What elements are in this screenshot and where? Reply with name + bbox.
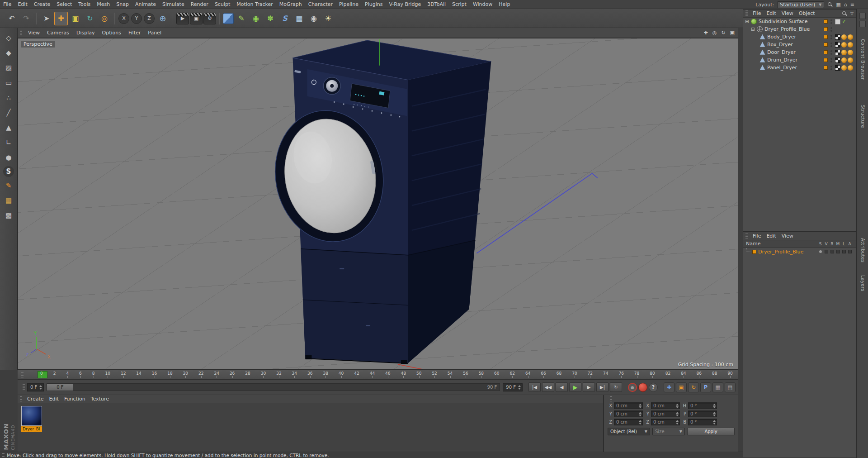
mode-tool[interactable]: ▦ xyxy=(2,194,15,207)
texture-tag[interactable] xyxy=(835,57,840,63)
size-field[interactable]: 0 cm xyxy=(651,402,680,409)
next-frame[interactable]: ▶ xyxy=(583,382,595,392)
mode-tool[interactable]: S xyxy=(3,166,14,177)
end-frame-spinner[interactable]: 90 F xyxy=(503,383,523,391)
layer-view-toggle[interactable] xyxy=(825,250,828,253)
toolbar-tool[interactable]: ↷ xyxy=(19,12,33,25)
panel-menu-item[interactable]: View xyxy=(779,233,796,239)
toolbar-tool[interactable]: ⊕ xyxy=(156,12,170,25)
mode-tool[interactable]: ● xyxy=(2,151,15,164)
object-row[interactable]: ⊟ Door_Dryer xyxy=(743,48,856,56)
toolbar-tool[interactable]: ▣ xyxy=(190,13,203,24)
rotation-field[interactable]: 0 ° xyxy=(688,419,717,425)
texture-tag[interactable] xyxy=(835,42,840,48)
menu-item[interactable]: Character xyxy=(305,0,336,9)
layer-color-chip[interactable] xyxy=(824,27,828,31)
toolbar-tool[interactable] xyxy=(114,13,115,24)
toolbar-tool[interactable]: ◎ xyxy=(98,12,111,25)
visibility-dots[interactable] xyxy=(830,58,832,62)
texture-tag[interactable] xyxy=(835,50,840,55)
filter-icon[interactable]: ▽ xyxy=(850,11,854,16)
range-start-handle[interactable]: 0 F xyxy=(47,384,73,391)
mode-tool[interactable]: ▲ xyxy=(2,121,15,134)
mode-tool[interactable]: ✎ xyxy=(2,179,15,192)
menu-item[interactable]: Motion Tracker xyxy=(233,0,276,9)
object-row[interactable]: ⊟ Box_Dryer xyxy=(743,41,856,48)
visibility-dots[interactable] xyxy=(830,35,832,39)
tag-3[interactable] xyxy=(848,57,853,63)
drag-grip[interactable] xyxy=(745,233,748,239)
record-pla[interactable]: ▦ xyxy=(712,382,723,392)
record-rotation[interactable]: ↻ xyxy=(688,382,699,392)
layer-color-chip[interactable] xyxy=(824,66,828,70)
tag-2[interactable] xyxy=(841,65,847,71)
layer-color-chip[interactable] xyxy=(824,43,828,47)
visibility-dots[interactable] xyxy=(830,27,832,32)
drag-grip[interactable] xyxy=(745,10,748,16)
material-item[interactable]: Dryer_Bl xyxy=(21,406,43,432)
toolbar-tool[interactable] xyxy=(173,13,173,24)
dock-icon-1[interactable] xyxy=(859,13,866,19)
layer-color-chip[interactable] xyxy=(824,19,828,24)
layer-manager-toggle[interactable] xyxy=(836,250,840,253)
viewport-menu-item[interactable]: Cameras xyxy=(43,30,73,36)
menu-item[interactable]: File xyxy=(0,0,14,9)
dock-tab[interactable]: Content Browser xyxy=(860,39,865,80)
rotation-field[interactable]: 0 ° xyxy=(688,402,717,409)
menu-item[interactable]: Snap xyxy=(113,0,132,9)
menu-item[interactable]: MoGraph xyxy=(276,0,305,9)
dock-tab[interactable]: Structure xyxy=(860,105,865,128)
viewport-canvas[interactable]: Y X Z Perspective Grid Spacing : 100 cm xyxy=(18,38,738,370)
apply-button[interactable]: Apply xyxy=(687,428,735,435)
record-scale[interactable]: ▣ xyxy=(676,382,687,392)
toolbar-tool[interactable]: ▶ xyxy=(176,13,189,24)
goto-end[interactable]: ▶| xyxy=(596,382,609,392)
object-mode-dropdown[interactable]: Object (Rel)▼ xyxy=(608,428,650,435)
position-field[interactable]: 0 cm xyxy=(614,419,643,425)
menu-item[interactable]: Plugins xyxy=(362,0,386,9)
panel-menu-item[interactable]: Texture xyxy=(88,396,112,402)
texture-tag[interactable] xyxy=(835,34,840,40)
menu-item[interactable]: Tools xyxy=(75,0,94,9)
toolbar-tool[interactable]: S xyxy=(278,12,292,25)
viewport-menu-item[interactable]: Filter xyxy=(125,30,144,36)
toolbar-tool[interactable]: ◉ xyxy=(249,12,263,25)
visibility-dots[interactable] xyxy=(830,50,832,55)
viewport-menu-item[interactable]: Display xyxy=(73,30,99,36)
panel-menu-item[interactable]: Create xyxy=(24,396,47,402)
panel-menu-item[interactable]: View xyxy=(779,10,796,16)
viewport-menu-item[interactable]: Options xyxy=(99,30,125,36)
home-icon[interactable]: ⌂ xyxy=(844,2,847,7)
tag-2[interactable] xyxy=(841,34,847,40)
toolbar-tool[interactable]: ▣ xyxy=(69,12,82,25)
timeline-ruler[interactable]: 0246810121416182022242628303234363840424… xyxy=(18,370,738,380)
layer-solo-toggle[interactable] xyxy=(819,250,822,253)
panel-menu-item[interactable]: Edit xyxy=(764,233,778,239)
expand-toggle-icon[interactable]: ⊟ xyxy=(751,27,756,32)
tag-2[interactable] xyxy=(841,42,847,48)
menu-item[interactable]: Mesh xyxy=(94,0,113,9)
visibility-dots[interactable] xyxy=(830,43,832,47)
toolbar-tool[interactable]: Z xyxy=(144,13,155,24)
tag-2[interactable] xyxy=(841,50,847,55)
menu-item[interactable]: Edit xyxy=(14,0,30,9)
rotate-view-icon[interactable]: ↻ xyxy=(721,30,725,36)
rotation-field[interactable]: 0 ° xyxy=(688,410,717,417)
zoom-view-icon[interactable]: ◎ xyxy=(712,30,717,36)
object-row[interactable]: ⊟ Drum_Dryer xyxy=(743,56,856,64)
mode-tool[interactable]: ╱ xyxy=(2,106,15,119)
frame-range-slider[interactable]: 0 F 90 F xyxy=(47,383,500,391)
dryer-3d-model[interactable] xyxy=(265,40,491,364)
toolbar-tool[interactable]: ➤ xyxy=(40,12,53,25)
tag-3[interactable] xyxy=(848,42,853,48)
layer-row[interactable]: Dryer_Profile_Blue xyxy=(743,248,856,256)
camera-label[interactable]: Perspective xyxy=(21,41,55,48)
toolbar-tool[interactable]: X xyxy=(118,13,129,24)
drag-grip[interactable] xyxy=(20,30,22,36)
record-parameter[interactable]: P xyxy=(700,382,711,392)
visibility-dots[interactable] xyxy=(830,19,832,24)
texture-tag[interactable] xyxy=(835,65,840,71)
menu-item[interactable]: Render xyxy=(188,0,212,9)
layer-animation-toggle[interactable] xyxy=(848,250,852,253)
drag-grip[interactable] xyxy=(21,372,24,378)
